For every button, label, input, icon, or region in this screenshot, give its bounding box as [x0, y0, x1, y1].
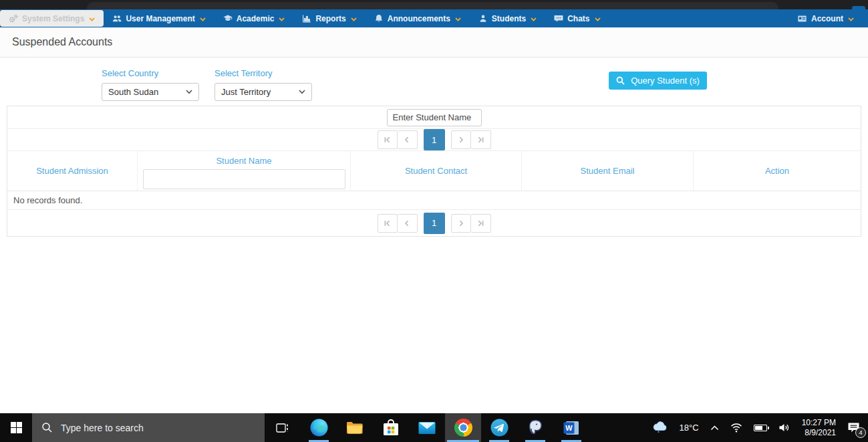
postgresql-icon — [527, 419, 543, 436]
pagination-back-group — [378, 130, 418, 149]
telegram-icon — [490, 419, 509, 437]
weather-cloud-icon[interactable] — [652, 421, 668, 434]
windows-taskbar: Type here to search — [0, 413, 868, 442]
nav-item-label: Account — [811, 14, 843, 23]
page-title: Suspended Accounts — [12, 36, 112, 48]
windows-logo-icon — [11, 422, 22, 433]
prev-page-button[interactable] — [398, 214, 418, 233]
query-students-button-label: Query Student (s) — [631, 76, 700, 86]
clock[interactable]: 10:27 PM 8/9/2021 — [802, 418, 836, 438]
student-name-filter-input[interactable] — [143, 169, 345, 189]
action-center-button[interactable]: 4 — [847, 422, 860, 433]
browser-titlebar — [0, 0, 868, 9]
chrome-taskbar-button[interactable] — [445, 413, 481, 442]
search-icon — [41, 422, 53, 433]
nav-item-label: System Settings — [22, 14, 84, 23]
word-taskbar-button[interactable]: W — [553, 413, 589, 442]
nav-item-chats[interactable]: Chats — [545, 9, 609, 27]
column-header-action[interactable]: Action — [693, 151, 861, 191]
bell-icon — [374, 14, 384, 23]
nav-item-announcements[interactable]: Announcements — [366, 9, 470, 27]
edge-taskbar-button[interactable] — [301, 413, 337, 442]
volume-icon[interactable] — [778, 423, 790, 433]
pagination-bottom: 1 — [7, 210, 861, 236]
chevron-down-icon — [455, 17, 461, 21]
column-header-student-contact[interactable]: Student Contact — [350, 151, 521, 191]
nav-item-user-management[interactable]: User Management — [104, 9, 214, 27]
nav-item-system-settings[interactable]: System Settings — [0, 10, 104, 27]
nav-item-account[interactable]: Account — [788, 9, 863, 27]
bar-chart-icon — [302, 14, 311, 23]
graduation-cap-icon — [223, 14, 233, 23]
chevron-down-icon — [299, 90, 305, 94]
show-hidden-icons-chevron[interactable] — [710, 425, 719, 431]
pagination-forward-group — [451, 214, 491, 233]
clock-time: 10:27 PM — [802, 418, 836, 427]
chevron-down-icon — [89, 17, 95, 21]
empty-message: No records found. — [13, 195, 82, 205]
mail-icon — [418, 421, 436, 435]
column-header-student-email[interactable]: Student Email — [521, 151, 693, 191]
pagination: 1 — [378, 213, 491, 234]
page-title-bar: Suspended Accounts — [0, 27, 868, 58]
file-explorer-taskbar-button[interactable] — [337, 413, 373, 442]
nav-item-label: Reports — [315, 14, 345, 23]
chevron-down-icon — [531, 17, 537, 21]
country-select[interactable]: South Sudan — [102, 83, 199, 101]
wifi-icon[interactable] — [730, 423, 742, 433]
microsoft-store-icon — [383, 419, 399, 437]
postgresql-taskbar-button[interactable] — [517, 413, 553, 442]
last-page-button[interactable] — [471, 214, 491, 233]
column-header-student-name-label[interactable]: Student Name — [216, 156, 271, 166]
chevron-down-icon — [351, 17, 357, 21]
country-select-value: South Sudan — [108, 87, 158, 97]
svg-text:W: W — [565, 424, 573, 432]
table-header-row: Student Admission Student Name Student C… — [7, 151, 861, 191]
nav-item-label: Students — [492, 14, 526, 23]
next-page-button[interactable] — [451, 130, 471, 149]
system-tray: 18°C 10:27 PM 8/9/2021 4 — [652, 413, 868, 442]
gears-icon — [9, 14, 18, 23]
prev-page-button[interactable] — [398, 130, 418, 149]
browser-tab[interactable] — [87, 2, 778, 9]
query-students-button[interactable]: Query Student (s) — [609, 72, 707, 90]
last-page-button[interactable] — [471, 130, 491, 149]
chevron-down-icon — [595, 17, 601, 21]
nav-item-label: Announcements — [388, 14, 450, 23]
first-page-button[interactable] — [378, 214, 398, 233]
next-page-button[interactable] — [451, 214, 471, 233]
telegram-taskbar-button[interactable] — [481, 413, 517, 442]
nav-item-reports[interactable]: Reports — [293, 9, 365, 27]
territory-label: Select Territory — [214, 68, 272, 78]
pagination-forward-group — [451, 130, 491, 149]
student-name-search-input[interactable] — [387, 109, 482, 126]
chevron-down-icon — [200, 17, 206, 21]
word-icon: W — [563, 420, 579, 436]
chevron-down-icon — [848, 17, 854, 21]
main-navbar: System Settings User Management Academic… — [0, 9, 868, 27]
current-page-button[interactable]: 1 — [424, 213, 445, 234]
nav-item-label: Academic — [237, 14, 275, 23]
battery-icon[interactable] — [754, 425, 767, 431]
nav-item-label: Chats — [567, 14, 589, 23]
chevron-down-icon — [279, 17, 285, 21]
id-card-icon — [797, 14, 807, 23]
column-header-student-admission[interactable]: Student Admission — [7, 151, 137, 191]
current-page-button[interactable]: 1 — [424, 129, 445, 150]
microsoft-store-taskbar-button[interactable] — [373, 413, 409, 442]
first-page-button[interactable] — [378, 130, 398, 149]
taskbar-search-placeholder: Type here to search — [61, 423, 144, 433]
edge-icon — [310, 419, 328, 437]
territory-select[interactable]: Just Territory — [214, 83, 312, 101]
pagination-top: 1 — [7, 129, 861, 151]
nav-item-academic[interactable]: Academic — [214, 9, 294, 27]
nav-item-students[interactable]: Students — [470, 9, 545, 27]
notification-count-badge: 4 — [855, 427, 866, 438]
student-search-row — [7, 106, 861, 129]
taskbar-search-box[interactable]: Type here to search — [32, 413, 265, 442]
chat-bubble-icon — [554, 14, 563, 23]
mail-taskbar-button[interactable] — [409, 413, 445, 442]
temperature-readout[interactable]: 18°C — [680, 423, 699, 433]
start-button[interactable] — [0, 413, 32, 442]
task-view-button[interactable] — [265, 413, 301, 442]
